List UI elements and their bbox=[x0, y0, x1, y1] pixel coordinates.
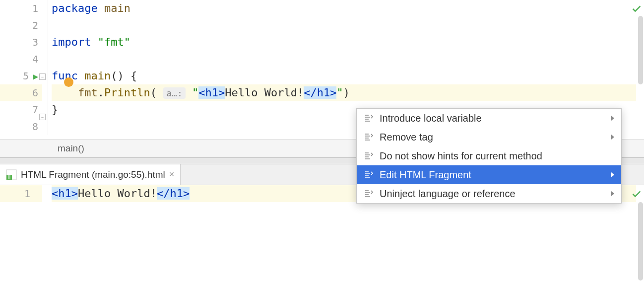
intention-icon bbox=[364, 133, 374, 141]
tab-html-fragment[interactable]: H HTML Fragment (main.go:55).html × bbox=[0, 164, 181, 185]
fold-column-border bbox=[48, 0, 48, 135]
run-icon[interactable]: ▶ bbox=[33, 71, 38, 81]
intention-icon bbox=[364, 114, 374, 122]
line-number[interactable]: 4 bbox=[0, 51, 42, 68]
html-file-icon: H bbox=[6, 169, 17, 180]
gutter: 1 2 3 4 5▶ 6 7 8 bbox=[0, 0, 42, 135]
code-line: import "fmt" bbox=[52, 34, 636, 51]
close-icon[interactable]: × bbox=[169, 169, 175, 180]
gutter: 1 bbox=[0, 185, 42, 202]
menu-item-hide-hints[interactable]: Do not show hints for current method bbox=[357, 146, 621, 165]
fold-minus-icon[interactable]: − bbox=[39, 73, 46, 80]
chevron-right-icon bbox=[611, 191, 614, 196]
line-number[interactable]: 8 bbox=[0, 118, 42, 135]
menu-item-uninject-language[interactable]: Uninject language or reference bbox=[357, 184, 621, 203]
code-line: fmt.Println( a…: "<h1>Hello World!</h1>"… bbox=[52, 84, 636, 101]
parameter-hint[interactable]: a…: bbox=[163, 87, 186, 99]
chevron-right-icon bbox=[611, 172, 614, 177]
code-line: func main() { bbox=[52, 68, 636, 84]
intention-icon bbox=[364, 190, 374, 198]
line-number[interactable]: 7 bbox=[0, 101, 42, 118]
tab-label: HTML Fragment (main.go:55).html bbox=[21, 169, 165, 180]
code-line bbox=[52, 51, 636, 68]
line-number[interactable]: 2 bbox=[0, 17, 42, 34]
code-line bbox=[52, 17, 636, 34]
menu-item-edit-html-fragment[interactable]: Edit HTML Fragment bbox=[357, 165, 621, 184]
fold-minus-icon[interactable]: − bbox=[39, 114, 46, 120]
scrollbar[interactable] bbox=[638, 202, 643, 281]
inspection-ok-icon[interactable] bbox=[631, 3, 642, 14]
breakpoint-icon[interactable] bbox=[64, 77, 73, 87]
intention-icon bbox=[364, 152, 374, 160]
menu-item-remove-tag[interactable]: Remove tag bbox=[357, 128, 621, 146]
line-number[interactable]: 6 bbox=[0, 84, 42, 101]
inspection-ok-icon[interactable] bbox=[631, 188, 642, 199]
svg-text:H: H bbox=[8, 175, 10, 180]
intention-icon bbox=[364, 171, 374, 179]
line-number[interactable]: 3 bbox=[0, 34, 42, 51]
menu-item-introduce-variable[interactable]: Introduce local variable bbox=[357, 109, 621, 128]
code-line: package main bbox=[52, 0, 636, 17]
line-number[interactable]: 5▶ bbox=[0, 68, 42, 84]
line-number[interactable]: 1 bbox=[0, 0, 42, 17]
chevron-right-icon bbox=[611, 116, 614, 121]
context-menu: Introduce local variable Remove tag Do n… bbox=[356, 108, 622, 204]
chevron-right-icon bbox=[611, 135, 614, 140]
line-number[interactable]: 1 bbox=[0, 185, 42, 202]
scrollbar[interactable] bbox=[638, 16, 643, 84]
code-area[interactable]: package main import "fmt" func main() { … bbox=[52, 0, 636, 118]
